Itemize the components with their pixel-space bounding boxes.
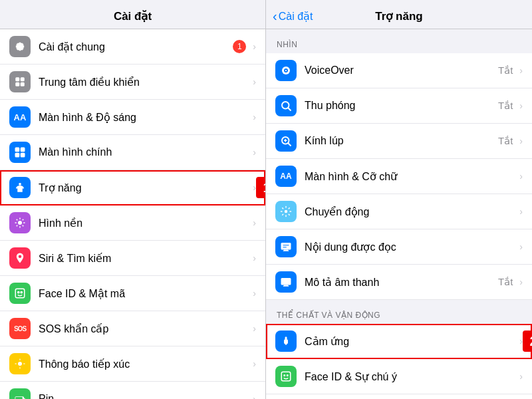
settings-item-face-id[interactable]: Face ID & Mật mã› xyxy=(0,276,265,311)
back-label: Cài đặt xyxy=(279,10,313,23)
back-button[interactable]: ‹ Cài đặt xyxy=(273,9,313,24)
svg-point-21 xyxy=(21,291,22,293)
step-2: 2 xyxy=(523,331,532,352)
settings-list: Cài đặt chung1›Trung tâm điều khiển›AAMà… xyxy=(0,29,265,399)
settings-item-tro-nang[interactable]: Trợ năng›1 xyxy=(0,170,265,205)
right-item-thu-phong[interactable]: Thu phóngTắt› xyxy=(266,88,532,124)
svg-rect-40 xyxy=(281,372,291,381)
mo-ta-am-thanh-status: Tắt xyxy=(498,276,513,288)
right-item-noi-dung-duoc-doc[interactable]: Nội dung được đọc› xyxy=(266,229,532,265)
trung-tam-dieu-khien-label: Trung tâm điều khiển xyxy=(39,76,250,88)
cai-dat-chung-chevron: › xyxy=(253,41,256,52)
hinh-nen-chevron: › xyxy=(253,217,256,228)
svg-line-36 xyxy=(288,143,291,146)
mo-ta-am-thanh-right-label: Mô tả âm thanh xyxy=(305,276,498,289)
man-hinh-co-chu-right-label: Màn hình & Cỡ chữ xyxy=(305,170,517,183)
cai-dat-chung-badge: 1 xyxy=(233,40,246,53)
man-hinh-do-sang-chevron: › xyxy=(253,112,256,122)
face-id-chevron: › xyxy=(253,288,256,299)
svg-rect-19 xyxy=(15,289,25,298)
svg-rect-5 xyxy=(15,148,20,152)
noi-dung-duoc-doc-right-icon xyxy=(275,236,297,257)
svg-point-20 xyxy=(18,291,19,293)
cai-dat-chung-icon xyxy=(9,36,31,57)
kinh-lup-right-label: Kính lúp xyxy=(305,135,498,147)
man-hinh-chinh-icon xyxy=(9,142,31,163)
cam-ung-right-icon xyxy=(275,331,297,352)
right-item-kinh-lup[interactable]: Kính lúpTắt› xyxy=(266,124,532,159)
svg-rect-7 xyxy=(15,153,20,158)
section-header-nhin: NHÌN xyxy=(266,29,532,53)
right-item-mo-ta-am-thanh[interactable]: Mô tả âm thanhTắt› xyxy=(266,265,532,300)
mo-ta-am-thanh-right-icon xyxy=(275,271,297,293)
svg-point-33 xyxy=(282,102,289,109)
cam-ung-right-label: Cảm ứng xyxy=(305,335,517,348)
chuyen-dong-right-icon xyxy=(275,201,297,222)
svg-rect-8 xyxy=(21,153,25,158)
sos-chevron: › xyxy=(253,323,256,334)
settings-item-man-hinh-chinh[interactable]: Màn hình chính› xyxy=(0,135,265,170)
thu-phong-status: Tắt xyxy=(498,100,513,112)
kinh-lup-right-chevron: › xyxy=(519,136,523,146)
thong-bao-label: Thông báo tiếp xúc xyxy=(39,358,250,370)
voiceover-right-icon xyxy=(275,60,297,81)
right-content: NHÌNVoiceOverTắt›Thu phóngTắt›Kính lúpTắ… xyxy=(266,29,532,399)
face-id-su-chu-y-right-chevron: › xyxy=(519,371,523,382)
svg-rect-2 xyxy=(21,77,25,81)
tro-nang-icon xyxy=(9,177,31,198)
left-panel: Cài đặt Cài đặt chung1›Trung tâm điều kh… xyxy=(0,0,266,399)
man-hinh-co-chu-right-chevron: › xyxy=(519,171,523,182)
svg-rect-4 xyxy=(21,82,25,86)
section-header-the-chat-van-dong: THỂ CHẤT VÀ VẬN ĐỘNG xyxy=(266,300,532,324)
thu-phong-right-icon xyxy=(275,95,297,116)
svg-point-41 xyxy=(284,375,285,376)
right-list-nhin: VoiceOverTắt›Thu phóngTắt›Kính lúpTắt›AA… xyxy=(266,53,532,300)
pin-label: Pin xyxy=(39,393,250,399)
svg-rect-6 xyxy=(21,148,25,152)
svg-point-22 xyxy=(18,362,22,366)
thu-phong-right-chevron: › xyxy=(519,100,523,111)
settings-item-cai-dat-chung[interactable]: Cài đặt chung1› xyxy=(0,29,265,65)
trung-tam-dieu-khien-icon xyxy=(9,71,31,92)
settings-item-pin[interactable]: Pin› xyxy=(0,382,265,399)
svg-line-18 xyxy=(23,219,24,221)
cai-dat-chung-label: Cài đặt chung xyxy=(39,41,233,53)
thong-bao-icon xyxy=(9,353,31,374)
man-hinh-do-sang-label: Màn hình & Độ sáng xyxy=(39,111,250,124)
thu-phong-right-label: Thu phóng xyxy=(305,100,498,112)
settings-item-man-hinh-do-sang[interactable]: AAMàn hình & Độ sáng› xyxy=(0,100,265,135)
voiceover-right-label: VoiceOver xyxy=(305,65,498,76)
pin-icon xyxy=(9,388,31,399)
man-hinh-do-sang-icon: AA xyxy=(9,106,31,128)
face-id-su-chu-y-right-icon xyxy=(275,366,297,387)
mo-ta-am-thanh-right-chevron: › xyxy=(519,277,523,287)
settings-item-hinh-nen[interactable]: Hình nền› xyxy=(0,205,265,241)
trung-tam-dieu-khien-chevron: › xyxy=(253,76,256,87)
right-item-man-hinh-co-chu[interactable]: AAMàn hình & Cỡ chữ› xyxy=(266,159,532,194)
settings-item-trung-tam-dieu-khien[interactable]: Trung tâm điều khiển› xyxy=(0,65,265,100)
svg-rect-3 xyxy=(15,82,19,86)
svg-point-42 xyxy=(287,375,289,376)
pin-chevron: › xyxy=(253,394,256,399)
settings-item-sos[interactable]: SOSSOS khẩn cấp› xyxy=(0,311,265,346)
man-hinh-chinh-label: Màn hình chính xyxy=(39,146,250,158)
man-hinh-co-chu-right-icon: AA xyxy=(275,166,297,187)
settings-item-thong-bao[interactable]: Thông báo tiếp xúc› xyxy=(0,346,265,382)
svg-point-10 xyxy=(18,221,22,225)
right-list-the-chat-van-dong: Cảm ứng›2Face ID & Sự chú ý›Điều khiển c… xyxy=(266,324,532,399)
right-item-dieu-khien-cong-tac[interactable]: Điều khiển công tắcTắt› xyxy=(266,394,532,399)
svg-line-16 xyxy=(23,225,24,227)
kinh-lup-status: Tắt xyxy=(498,135,513,147)
voiceover-status: Tắt xyxy=(498,65,513,76)
sos-icon: SOS xyxy=(9,318,31,339)
svg-line-15 xyxy=(17,219,18,221)
svg-point-39 xyxy=(285,210,288,213)
thong-bao-chevron: › xyxy=(253,358,256,369)
right-item-cam-ung[interactable]: Cảm ứng›2 xyxy=(266,324,532,359)
noi-dung-duoc-doc-right-chevron: › xyxy=(519,241,523,252)
right-item-chuyen-dong[interactable]: Chuyển động› xyxy=(266,194,532,229)
right-item-face-id-su-chu-y[interactable]: Face ID & Sự chú ý› xyxy=(266,359,532,394)
settings-item-siri[interactable]: Siri & Tìm kiếm› xyxy=(0,241,265,276)
siri-label: Siri & Tìm kiếm xyxy=(39,252,250,265)
right-item-voiceover[interactable]: VoiceOverTắt› xyxy=(266,53,532,88)
